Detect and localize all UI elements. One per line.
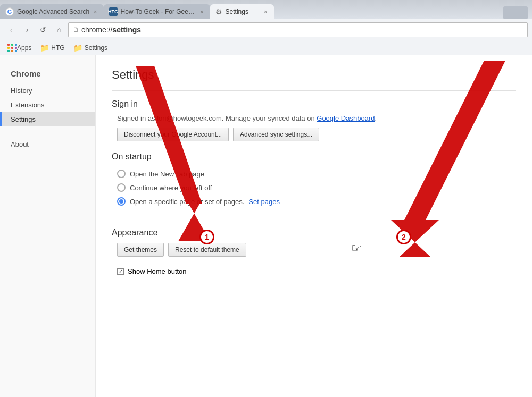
tab-google-close[interactable]: × xyxy=(93,7,98,16)
bookmarks-bar: Apps 📁 HTG 📁 Settings xyxy=(0,40,532,55)
address-bar-icon: 🗋 xyxy=(73,26,79,33)
startup-option-continue[interactable]: Continue where you left off xyxy=(112,181,516,195)
signed-in-period: . xyxy=(375,114,377,122)
sidebar-title: Chrome xyxy=(0,66,95,83)
bookmark-settings-label: Settings xyxy=(85,44,107,52)
content-area: Settings Sign in Signed in as lori@howto… xyxy=(96,55,532,397)
appearance-buttons: Get themes Reset to default theme xyxy=(112,243,516,257)
bookmark-apps-label: Apps xyxy=(17,44,31,52)
browser-controls xyxy=(503,6,532,19)
sign-in-heading: Sign in xyxy=(112,99,516,109)
appearance-divider xyxy=(112,219,516,219)
startup-specific-label: Open a specific page or set of pages. xyxy=(130,198,244,206)
sidebar-item-history[interactable]: History xyxy=(0,83,95,98)
set-pages-link[interactable]: Set pages xyxy=(248,198,280,206)
bookmark-apps[interactable]: Apps xyxy=(4,43,35,53)
get-themes-button[interactable]: Get themes xyxy=(117,243,164,257)
bookmark-htg[interactable]: 📁 HTG xyxy=(37,43,68,53)
on-startup-heading: On startup xyxy=(112,152,516,162)
startup-option-specific[interactable]: Open a specific page or set of pages. Se… xyxy=(112,195,516,208)
on-startup-section: On startup Open the New Tab page Continu… xyxy=(112,152,516,208)
show-home-checkbox[interactable]: ✓ xyxy=(117,268,124,275)
sidebar-item-about[interactable]: About xyxy=(0,137,95,151)
apps-grid-icon xyxy=(7,44,15,52)
appearance-heading: Appearance xyxy=(112,228,516,238)
nav-bar: ‹ › ↺ ⌂ 🗋 chrome://settings xyxy=(0,19,532,40)
forward-button[interactable]: › xyxy=(20,23,34,37)
page-title: Settings xyxy=(112,68,516,82)
htg-favicon: HTG xyxy=(109,7,118,16)
tab-htg-title: How-To Geek - For Geeks... xyxy=(121,8,196,15)
address-bar[interactable]: 🗋 chrome://settings xyxy=(68,22,528,37)
startup-continue-label: Continue where you left off xyxy=(130,184,212,192)
tab-settings[interactable]: ⚙ Settings × xyxy=(210,4,274,19)
radio-new-tab[interactable] xyxy=(117,170,126,178)
reset-theme-button[interactable]: Reset to default theme xyxy=(168,243,246,257)
tab-settings-title: Settings xyxy=(226,8,260,15)
settings-favicon-icon: ⚙ xyxy=(215,7,222,16)
folder-settings-icon: 📁 xyxy=(73,44,82,52)
startup-option-new-tab[interactable]: Open the New Tab page xyxy=(112,167,516,181)
tab-htg[interactable]: HTG How-To Geek - For Geeks... × xyxy=(104,4,210,19)
sidebar-item-extensions[interactable]: Extensions xyxy=(0,98,95,112)
google-dashboard-link[interactable]: Google Dashboard xyxy=(317,114,375,122)
show-home-row: ✓ Show Home button xyxy=(112,267,516,275)
bookmark-settings[interactable]: 📁 Settings xyxy=(70,43,111,53)
disconnect-button[interactable]: Disconnect your Google Account... xyxy=(117,128,229,141)
back-button[interactable]: ‹ xyxy=(4,23,18,37)
sign-in-buttons: Disconnect your Google Account... Advanc… xyxy=(112,128,516,141)
section-divider-top xyxy=(112,90,516,91)
checkbox-check: ✓ xyxy=(119,268,123,274)
startup-new-tab-label: Open the New Tab page xyxy=(130,170,204,178)
radio-specific-page[interactable] xyxy=(117,197,126,206)
radio-continue[interactable] xyxy=(117,183,126,192)
tab-htg-close[interactable]: × xyxy=(199,7,204,16)
address-text: chrome://settings xyxy=(81,26,141,34)
sidebar-divider2 xyxy=(0,132,95,137)
tab-bar: G Google Advanced Search × HTG How-To Ge… xyxy=(0,0,532,19)
show-home-label: Show Home button xyxy=(128,267,187,275)
tab-google-title: Google Advanced Search xyxy=(17,8,89,15)
chrome-menu-button[interactable] xyxy=(503,6,528,19)
signed-in-description: Signed in as lori@howtogeek.com. Manage … xyxy=(117,114,315,122)
sidebar-divider xyxy=(0,126,95,132)
reload-button[interactable]: ↺ xyxy=(36,23,50,37)
main-layout: Chrome History Extensions Settings About… xyxy=(0,55,532,397)
google-favicon: G xyxy=(5,7,14,16)
advanced-sync-button[interactable]: Advanced sync settings... xyxy=(233,128,319,141)
home-button[interactable]: ⌂ xyxy=(52,23,66,37)
sidebar: Chrome History Extensions Settings About xyxy=(0,55,96,397)
tab-settings-close[interactable]: × xyxy=(263,7,268,16)
sign-in-section: Sign in Signed in as lori@howtogeek.com.… xyxy=(112,99,516,141)
signed-in-text: Signed in as lori@howtogeek.com. Manage … xyxy=(112,114,516,122)
folder-htg-icon: 📁 xyxy=(40,44,49,52)
browser-chrome: G Google Advanced Search × HTG How-To Ge… xyxy=(0,0,532,55)
bookmark-htg-label: HTG xyxy=(51,44,64,52)
appearance-section: Appearance Get themes Reset to default t… xyxy=(112,219,516,275)
sidebar-item-settings[interactable]: Settings xyxy=(0,112,95,126)
tab-google[interactable]: G Google Advanced Search × xyxy=(0,4,104,19)
